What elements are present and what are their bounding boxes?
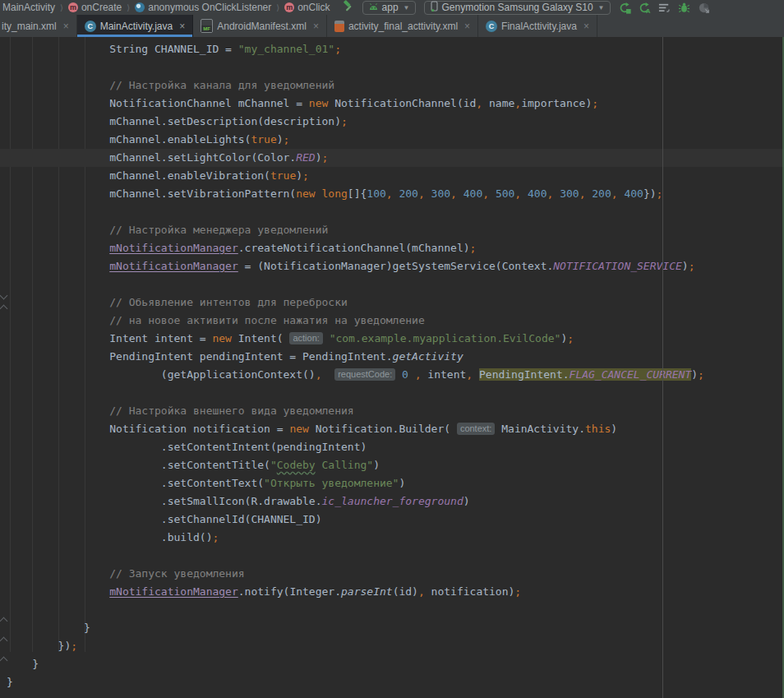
code-line: .setContentTitle("Codeby Calling") [7, 456, 784, 474]
chevron-down-icon: ▼ [404, 4, 410, 12]
anonymous-class-icon [135, 2, 145, 12]
method-icon: m [284, 2, 294, 12]
code-line: .setContentText("Открыть уведомление") [7, 474, 784, 492]
breadcrumb-label: onClick [297, 2, 330, 13]
code-line: // Настройка канала для уведомлений [7, 76, 784, 95]
breadcrumb-separator-icon: ⟩ [59, 3, 64, 12]
breadcrumb: MainActivity⟩monCreate⟩anonymous OnClick… [2, 2, 330, 13]
code-line: Intent intent = new Intent( action: "com… [7, 330, 784, 348]
toolbar-actions: A [619, 2, 710, 14]
tab-label: AndroidManifest.xml [217, 21, 307, 32]
breadcrumb-item[interactable]: MainActivity [2, 2, 55, 13]
code-line [7, 58, 784, 76]
code-line [7, 203, 784, 221]
breadcrumb-label: onCreate [81, 2, 122, 13]
breadcrumb-separator-icon: ⟩ [126, 3, 131, 12]
code-line: // Настройка внешнего вида уведомления [7, 402, 784, 420]
chevron-down-icon: ▼ [598, 4, 605, 12]
android-icon [368, 2, 379, 13]
phone-icon [430, 1, 439, 14]
code-line: mNotificationManager = (NotificationMana… [7, 257, 784, 275]
code-line [7, 547, 784, 565]
code-line: mChannel.enableVibration(true); [7, 167, 784, 185]
code-line: Notification notification = new Notifica… [7, 420, 784, 438]
code-line: // Настройка менеджера уведомлений [7, 221, 784, 239]
device-select[interactable]: Genymotion Samsung Galaxy S10 ▼ [424, 1, 611, 15]
build-hammer-icon[interactable] [342, 0, 354, 15]
close-icon[interactable]: × [179, 21, 185, 32]
breadcrumb-item[interactable]: anonymous OnClickListener [135, 2, 271, 13]
close-icon[interactable]: × [583, 21, 589, 32]
tab-androidmanifest-xml[interactable]: MFAndroidManifest.xml× [193, 15, 327, 37]
tab-label: MainActivity.java [100, 21, 173, 32]
code-line: .setContentIntent(pendingIntent) [7, 438, 784, 456]
code-line: // Обьявление интентов для переброски [7, 294, 784, 312]
tab-mainactivity-java[interactable]: CMainActivity.java× [77, 15, 194, 37]
run-config-select[interactable]: app ▼ [362, 1, 416, 15]
code-line: mChannel.setDescription(description); [7, 113, 784, 131]
code-line: mChannel.enableLights(true); [7, 131, 784, 149]
code-line: PendingIntent pendingIntent = PendingInt… [7, 348, 784, 366]
code-line: // Запуск уведомления [7, 565, 784, 583]
tab-ity-main-xml[interactable]: ity_main.xml× [0, 15, 77, 37]
close-icon[interactable]: × [63, 21, 69, 32]
main-toolbar: MainActivity⟩monCreate⟩anonymous OnClick… [0, 0, 784, 15]
attach-debugger-icon[interactable] [678, 2, 690, 14]
code-line: mChannel.setLightColor(Color.RED); [7, 149, 784, 167]
editor-tab-bar: ity_main.xml×CMainActivity.java×MFAndroi… [0, 15, 784, 37]
code-line: String CHANNEL_ID = "my_channel_01"; [7, 40, 784, 58]
java-class-icon: C [85, 21, 96, 32]
svg-text:A: A [645, 7, 650, 14]
right-margin-guide [662, 37, 663, 698]
code-line [7, 384, 784, 402]
close-icon[interactable]: × [464, 21, 470, 32]
breadcrumb-item[interactable]: monClick [284, 2, 330, 13]
code-line: .setSmallIcon(R.drawable.ic_launcher_for… [7, 492, 784, 511]
code-area: String CHANNEL_ID = "my_channel_01"; // … [0, 37, 784, 691]
breadcrumb-separator-icon: ⟩ [275, 3, 280, 12]
code-line: } [7, 673, 784, 691]
device-label: Genymotion Samsung Galaxy S10 [442, 2, 593, 13]
tab-label: ity_main.xml [2, 21, 57, 32]
code-line: mNotificationManager.notify(Integer.pars… [7, 583, 784, 601]
code-line: }); [7, 637, 784, 655]
apply-code-changes-icon[interactable]: A [639, 2, 651, 14]
close-icon[interactable]: × [313, 21, 319, 32]
code-line [7, 275, 784, 294]
code-line [7, 601, 784, 619]
code-line: mChannel.setVibrationPattern(new long[]{… [7, 185, 784, 203]
code-line: } [7, 619, 784, 637]
code-line: mNotificationManager.createNotificationC… [7, 239, 784, 257]
code-line: NotificationChannel mChannel = new Notif… [7, 95, 784, 113]
method-icon: m [68, 2, 78, 12]
code-line: (getApplicationContext(), requestCode: 0… [7, 366, 784, 384]
breadcrumb-label: MainActivity [2, 2, 55, 13]
tab-label: FinalActtivity.java [501, 21, 577, 32]
manifest-file-icon: MF [201, 19, 213, 33]
run-config-label: app [382, 2, 399, 13]
lines-with-arrow-icon[interactable] [658, 2, 671, 14]
code-line: // на новое активити после нажатия на ув… [7, 312, 784, 330]
tab-activity-final-acttivity-xml[interactable]: activity_final_acttivity.xml× [327, 15, 478, 37]
code-line: } [7, 655, 784, 673]
code-line: .build(); [7, 529, 784, 547]
xml-file-icon [334, 21, 344, 32]
code-line: .setChannelId(CHANNEL_ID) [7, 511, 784, 529]
tab-label: activity_final_acttivity.xml [348, 21, 458, 32]
code-editor[interactable]: String CHANNEL_ID = "my_channel_01"; // … [0, 37, 784, 698]
breadcrumb-label: anonymous OnClickListener [148, 2, 271, 13]
apply-changes-restart-icon[interactable] [619, 2, 631, 14]
tab-finalacttivity-java[interactable]: CFinalActtivity.java× [478, 15, 597, 37]
breadcrumb-item[interactable]: monCreate [68, 2, 122, 13]
java-class-icon: C [486, 21, 497, 32]
profiler-icon[interactable] [698, 2, 710, 14]
